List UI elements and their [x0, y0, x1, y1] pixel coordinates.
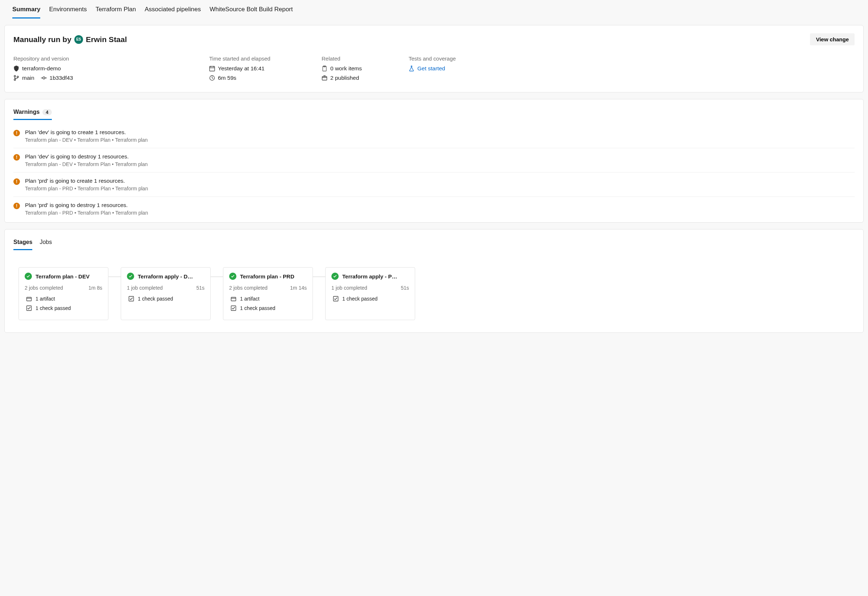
stage-jobs: 2 jobs completed	[229, 285, 267, 291]
stages-card: Stages Jobs Terraform plan - DEV 2 jobs …	[4, 229, 864, 333]
tab-environments[interactable]: Environments	[49, 4, 87, 19]
stage-connector	[211, 267, 223, 320]
commit-hash[interactable]: 1b33df43	[50, 75, 73, 81]
svg-point-2	[17, 76, 19, 78]
view-change-button[interactable]: View change	[810, 33, 855, 45]
stage-title: Terraform apply - P…	[342, 273, 397, 279]
published-count[interactable]: 2 published	[330, 75, 359, 81]
tab-terraform-plan[interactable]: Terraform Plan	[95, 4, 136, 19]
stages-grid: Terraform plan - DEV 2 jobs completed 1m…	[13, 256, 855, 324]
warning-icon: !	[13, 130, 20, 136]
run-user: Erwin Staal	[86, 35, 127, 44]
warning-source: Terraform plan - PRD • Terraform Plan • …	[25, 210, 148, 216]
warning-message: Plan 'dev' is going to create 1 resource…	[25, 129, 148, 136]
stage-card[interactable]: Terraform apply - P… 1 job completed 51s…	[325, 267, 415, 320]
stage-duration: 1m 8s	[89, 285, 102, 291]
repo-name[interactable]: terraform-demo	[22, 65, 61, 72]
success-icon	[25, 273, 32, 280]
stage-check: 1 check passed	[138, 296, 173, 302]
warning-icon: !	[13, 179, 20, 185]
stage-duration: 51s	[196, 285, 205, 291]
avatar: ES	[74, 35, 83, 44]
check-passed-icon	[230, 305, 236, 311]
run-title-prefix: Manually run by	[13, 35, 71, 44]
meta-repo: Repository and version terraform-demo ma…	[13, 56, 187, 84]
check-passed-icon	[26, 305, 32, 311]
artifact-icon	[230, 296, 236, 302]
svg-point-3	[43, 77, 45, 79]
meta-tests: Tests and coverage Get started	[409, 56, 474, 84]
stage-card[interactable]: Terraform plan - DEV 2 jobs completed 1m…	[19, 267, 108, 320]
warning-item[interactable]: ! Plan 'prd' is going to create 1 resour…	[13, 172, 855, 196]
stage-check: 1 check passed	[342, 296, 378, 302]
tab-whitesource-report[interactable]: WhiteSource Bolt Build Report	[210, 4, 293, 19]
stage-card[interactable]: Terraform plan - PRD 2 jobs completed 1m…	[223, 267, 313, 320]
time-started: Yesterday at 16:41	[218, 65, 265, 72]
meta-related-label: Related	[322, 56, 387, 62]
warnings-list: ! Plan 'dev' is going to create 1 resour…	[5, 126, 863, 221]
stage-jobs: 1 job completed	[127, 285, 163, 291]
warning-message: Plan 'prd' is going to destroy 1 resourc…	[25, 202, 148, 208]
stage-jobs: 1 job completed	[331, 285, 367, 291]
work-items-count[interactable]: 0 work items	[330, 65, 362, 72]
svg-rect-4	[210, 66, 215, 71]
calendar-icon	[209, 66, 215, 71]
success-icon	[331, 273, 339, 280]
warnings-tab[interactable]: Warnings 4	[13, 107, 52, 120]
meta-time: Time started and elapsed Yesterday at 16…	[209, 56, 300, 84]
warning-item[interactable]: ! Plan 'prd' is going to destroy 1 resou…	[13, 196, 855, 221]
meta-repo-label: Repository and version	[13, 56, 187, 62]
warning-source: Terraform plan - DEV • Terraform Plan • …	[25, 137, 148, 143]
tab-associated-pipelines[interactable]: Associated pipelines	[145, 4, 201, 19]
success-icon	[127, 273, 134, 280]
stage-connector	[108, 267, 121, 320]
warning-source: Terraform plan - DEV • Terraform Plan • …	[25, 161, 148, 167]
get-started-link[interactable]: Get started	[409, 65, 474, 72]
warning-item[interactable]: ! Plan 'dev' is going to create 1 resour…	[13, 126, 855, 148]
stage-title: Terraform apply - D…	[138, 273, 193, 279]
warning-icon: !	[13, 203, 20, 209]
check-passed-icon	[333, 296, 339, 302]
svg-rect-9	[27, 297, 31, 301]
meta-tests-label: Tests and coverage	[409, 56, 474, 62]
jobs-tab[interactable]: Jobs	[40, 238, 52, 250]
branch-icon	[13, 75, 19, 81]
success-icon	[229, 273, 236, 280]
warnings-card: Warnings 4 ! Plan 'dev' is going to crea…	[4, 99, 864, 223]
stage-jobs: 2 jobs completed	[25, 285, 63, 291]
meta-related: Related 0 work items 2 published	[322, 56, 387, 84]
run-title: Manually run by ES Erwin Staal	[13, 35, 127, 44]
svg-point-0	[14, 75, 16, 77]
stage-duration: 51s	[401, 285, 409, 291]
stage-connector	[313, 267, 325, 320]
time-elapsed: 6m 59s	[218, 75, 236, 81]
stage-check: 1 check passed	[35, 305, 71, 311]
warning-item[interactable]: ! Plan 'dev' is going to destroy 1 resou…	[13, 148, 855, 172]
check-passed-icon	[128, 296, 134, 302]
meta-time-label: Time started and elapsed	[209, 56, 300, 62]
commit-icon	[41, 75, 47, 81]
stage-card[interactable]: Terraform apply - D… 1 job completed 51s…	[121, 267, 211, 320]
warning-icon: !	[13, 154, 20, 161]
clipboard-icon	[322, 66, 328, 71]
stage-title: Terraform plan - DEV	[35, 273, 90, 279]
branch-name[interactable]: main	[22, 75, 34, 81]
box-icon	[322, 75, 328, 81]
stage-check: 1 check passed	[240, 305, 275, 311]
clock-icon	[209, 75, 215, 81]
warnings-count-badge: 4	[43, 109, 52, 115]
stage-artifact: 1 artifact	[35, 296, 55, 302]
stage-duration: 1m 14s	[290, 285, 307, 291]
warning-source: Terraform plan - PRD • Terraform Plan • …	[25, 186, 148, 192]
flask-icon	[409, 66, 415, 71]
repo-icon	[13, 66, 19, 71]
stages-tab[interactable]: Stages	[13, 238, 32, 250]
warning-message: Plan 'prd' is going to create 1 resource…	[25, 178, 148, 184]
tab-summary[interactable]: Summary	[12, 4, 40, 19]
warning-message: Plan 'dev' is going to destroy 1 resourc…	[25, 153, 148, 160]
svg-rect-12	[231, 297, 236, 301]
svg-point-1	[14, 79, 16, 81]
stage-title: Terraform plan - PRD	[240, 273, 294, 279]
stage-artifact: 1 artifact	[240, 296, 260, 302]
summary-card: Manually run by ES Erwin Staal View chan…	[4, 25, 864, 93]
